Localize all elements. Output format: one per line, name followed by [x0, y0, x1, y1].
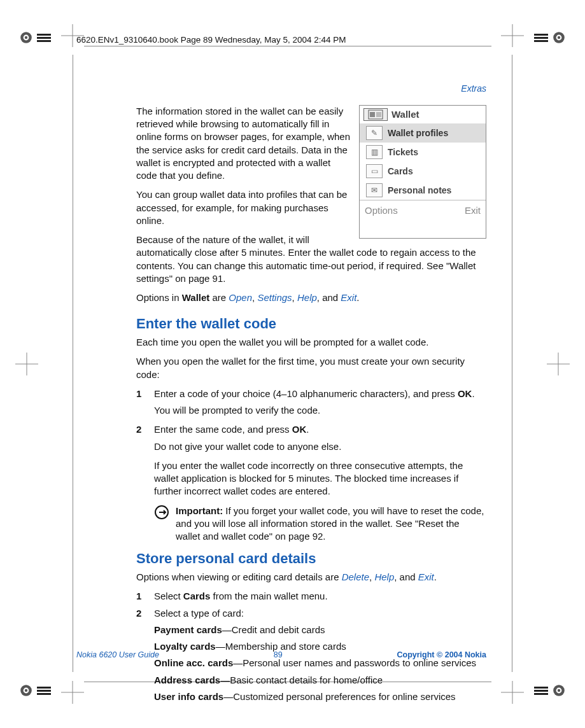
page-footer: Nokia 6620 User Guide 89 Copyright © 200… [76, 650, 486, 661]
footer-guide-title: Nokia 6620 User Guide [76, 650, 159, 661]
registration-icon [552, 683, 566, 697]
bars-icon [37, 34, 51, 42]
screenshot-item-label: Wallet profiles [388, 127, 448, 139]
crop-marks-top [0, 28, 585, 66]
svg-point-5 [558, 36, 560, 39]
registration-icon [552, 31, 566, 45]
screenshot-item: ✉ Personal notes [360, 181, 486, 200]
screenshot-item: ▭ Cards [360, 162, 486, 181]
bars-icon [37, 687, 51, 695]
body-paragraph: When you open the wallet for the first t… [136, 355, 486, 381]
softkey-left: Options [365, 204, 398, 217]
screenshot-item: ▥ Tickets [360, 143, 486, 162]
footer-page-number: 89 [274, 650, 283, 661]
body-paragraph: Each time you open the wallet you will b… [136, 336, 486, 349]
body-paragraph: Because of the nature of the wallet, it … [136, 234, 486, 285]
svg-rect-13 [370, 112, 375, 117]
screenshot-item-label: Personal notes [388, 185, 451, 197]
wallet-app-icon [363, 108, 388, 121]
crosshair-icon [61, 681, 84, 704]
crosshair-icon [547, 353, 570, 375]
options-line: Options when viewing or editing card det… [136, 571, 486, 584]
step-continuation: If you enter the wallet code incorrectly… [154, 459, 486, 498]
section-header-link: Extras [136, 83, 486, 95]
registration-icon [19, 683, 33, 697]
screenshot-item-label: Cards [388, 165, 413, 178]
crosshair-icon [501, 24, 524, 47]
svg-point-2 [25, 36, 27, 39]
screenshot-item-selected: ✎ Wallet profiles [360, 123, 486, 143]
important-icon [154, 505, 169, 520]
section-heading: Store personal card details [136, 549, 486, 568]
cards-icon: ▭ [366, 164, 383, 178]
card-type-def: User info cards—Customized personal pref… [154, 690, 486, 703]
notes-icon: ✉ [366, 183, 383, 197]
numbered-step: 1 Enter a code of your choice (4–10 alph… [136, 388, 486, 400]
options-line: Options in Wallet are Open, Settings, He… [136, 291, 486, 304]
step-continuation: Do not give your wallet code to anyone e… [154, 440, 486, 453]
registration-icon [19, 31, 33, 45]
crosshair-icon [501, 681, 524, 704]
page-content: Extras Wallet ✎ Wallet profiles ▥ Ticket… [136, 83, 486, 707]
crop-line [512, 55, 512, 672]
screenshot-title: Wallet [391, 108, 419, 121]
step-continuation: You will be prompted to verify the code. [154, 404, 486, 417]
crosshair-icon [15, 353, 38, 375]
tickets-icon: ▥ [366, 145, 383, 159]
crop-line [73, 55, 73, 672]
bars-icon [534, 34, 548, 42]
print-meta-line: 6620.ENv1_9310640.book Page 89 Wednesday… [76, 34, 346, 46]
card-type-def: Address cards—Basic contact details for … [154, 674, 486, 687]
svg-rect-14 [376, 112, 381, 117]
numbered-step: 2 Select a type of card: [136, 607, 486, 620]
footer-copyright: Copyright © 2004 Nokia [397, 650, 487, 661]
softkey-right: Exit [465, 204, 481, 217]
important-note: Important: If you forget your wallet cod… [154, 505, 486, 543]
phone-screenshot: Wallet ✎ Wallet profiles ▥ Tickets ▭ Car… [359, 105, 486, 239]
card-type-def: Payment cards—Credit and debit cards [154, 624, 486, 636]
bars-icon [534, 687, 548, 695]
wallet-profiles-icon: ✎ [366, 126, 383, 140]
section-heading: Enter the wallet code [136, 314, 486, 333]
numbered-step: 1 Select Cards from the main wallet menu… [136, 590, 486, 603]
numbered-step: 2 Enter the same code, and press OK. [136, 423, 486, 436]
svg-point-8 [25, 689, 27, 692]
svg-point-11 [558, 689, 560, 692]
screenshot-item-label: Tickets [388, 146, 418, 158]
